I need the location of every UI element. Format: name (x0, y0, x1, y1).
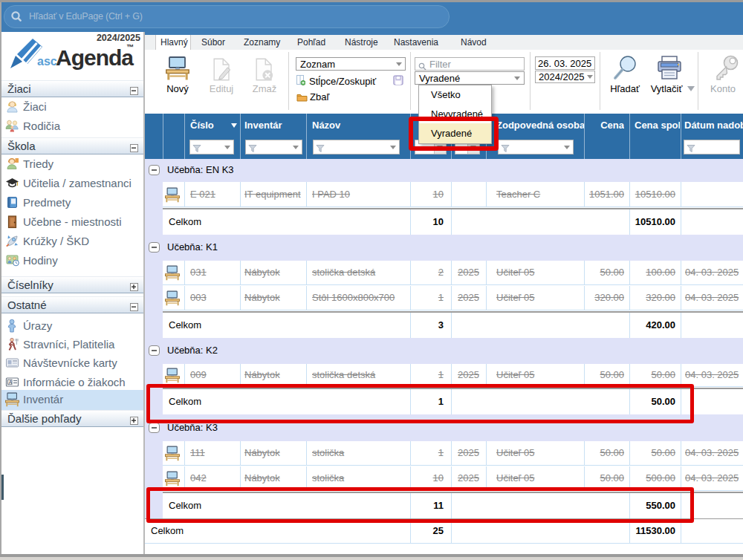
svg-text:A: A (9, 380, 13, 385)
